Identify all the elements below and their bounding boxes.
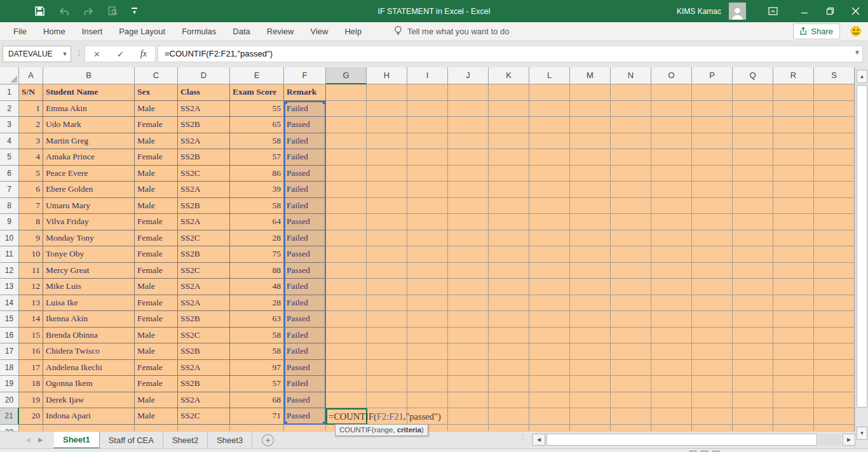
cell-L14[interactable] [529, 295, 570, 312]
cell-Q1[interactable] [733, 84, 773, 101]
cell-S13[interactable] [814, 279, 855, 295]
cell-Q20[interactable] [733, 392, 773, 409]
cell-I8[interactable] [407, 198, 448, 215]
cell-F17[interactable]: Failed [284, 343, 326, 360]
cell-L16[interactable] [529, 328, 570, 344]
cell-K20[interactable] [489, 392, 529, 409]
cell-S15[interactable] [814, 311, 855, 328]
cell-G15[interactable] [326, 311, 367, 328]
cell-A3[interactable]: 2 [19, 117, 43, 133]
column-header-B[interactable]: B [43, 67, 135, 84]
row-header-17[interactable]: 17 [0, 343, 19, 360]
cell-M18[interactable] [570, 360, 611, 376]
formula-bar-input[interactable]: =COUNTIF(F2:F21,"passed") [158, 46, 863, 62]
cell-O20[interactable] [651, 392, 692, 409]
cell-J12[interactable] [448, 263, 489, 279]
scroll-up-icon[interactable]: ▲ [857, 70, 867, 83]
cell-F20[interactable]: Passed [284, 392, 326, 409]
cell-E9[interactable]: 64 [230, 214, 284, 230]
cell-R17[interactable] [773, 343, 814, 360]
name-box-dropdown-icon[interactable]: ▼ [59, 51, 71, 57]
cell-H6[interactable] [367, 166, 407, 182]
enter-formula-icon[interactable]: ✓ [117, 50, 124, 59]
cell-Q22[interactable] [733, 425, 773, 432]
cell-E22[interactable] [230, 425, 284, 432]
cell-B19[interactable]: Ogonna Ikem [43, 376, 135, 392]
cell-I18[interactable] [407, 360, 448, 376]
cell-N7[interactable] [611, 182, 651, 198]
cell-N16[interactable] [611, 328, 651, 344]
cell-R6[interactable] [773, 166, 814, 182]
sheet-tab-sheet2[interactable]: Sheet2 [163, 432, 208, 449]
cell-S19[interactable] [814, 376, 855, 392]
cell-B2[interactable]: Emma Akin [43, 101, 135, 117]
cell-D13[interactable]: SS2A [178, 279, 230, 295]
cell-Q18[interactable] [733, 360, 773, 376]
cell-S20[interactable] [814, 392, 855, 409]
cell-B11[interactable]: Tonye Oby [43, 246, 135, 263]
cell-L8[interactable] [529, 198, 570, 215]
cell-J8[interactable] [448, 198, 489, 215]
cell-Q17[interactable] [733, 343, 773, 360]
cell-L5[interactable] [529, 149, 570, 166]
cell-G11[interactable] [326, 246, 367, 263]
cell-O8[interactable] [651, 198, 692, 215]
cell-Q5[interactable] [733, 149, 773, 166]
cell-H16[interactable] [367, 328, 407, 344]
cell-E11[interactable]: 75 [230, 246, 284, 263]
share-button[interactable]: Share [793, 23, 840, 39]
cell-K15[interactable] [489, 311, 529, 328]
cell-L10[interactable] [529, 230, 570, 247]
cell-O22[interactable] [651, 425, 692, 432]
cell-A20[interactable]: 19 [19, 392, 43, 409]
cell-D11[interactable]: SS2B [178, 246, 230, 263]
cell-L21[interactable] [529, 408, 570, 425]
cell-P19[interactable] [692, 376, 733, 392]
cell-S7[interactable] [814, 182, 855, 198]
cell-H3[interactable] [367, 117, 407, 133]
cell-G10[interactable] [326, 230, 367, 247]
cell-Q10[interactable] [733, 230, 773, 247]
cell-N3[interactable] [611, 117, 651, 133]
cell-P20[interactable] [692, 392, 733, 409]
cell-D18[interactable]: SS2A [178, 360, 230, 376]
cell-L1[interactable] [529, 84, 570, 101]
cell-M1[interactable] [570, 84, 611, 101]
cell-F21[interactable]: Passed [284, 408, 326, 425]
scroll-down-icon[interactable]: ▼ [857, 427, 867, 440]
cell-J3[interactable] [448, 117, 489, 133]
cell-A10[interactable]: 9 [19, 230, 43, 247]
cell-M13[interactable] [570, 279, 611, 295]
cell-A1[interactable]: S/N [19, 84, 43, 101]
cell-B7[interactable]: Ebere Golden [43, 182, 135, 198]
cell-L20[interactable] [529, 392, 570, 409]
cell-P15[interactable] [692, 311, 733, 328]
cell-F11[interactable]: Passed [284, 246, 326, 263]
cell-B13[interactable]: Mike Luis [43, 279, 135, 295]
cell-N2[interactable] [611, 101, 651, 117]
cell-D20[interactable]: SS2A [178, 392, 230, 409]
cell-H19[interactable] [367, 376, 407, 392]
cell-G20[interactable] [326, 392, 367, 409]
cell-F9[interactable]: Passed [284, 214, 326, 230]
cell-P13[interactable] [692, 279, 733, 295]
cell-A21[interactable]: 20 [19, 408, 43, 425]
cell-A13[interactable]: 12 [19, 279, 43, 295]
cell-D21[interactable]: SS2C [178, 408, 230, 425]
next-sheet-icon[interactable]: ▶ [38, 436, 43, 443]
cell-S5[interactable] [814, 149, 855, 166]
cell-J9[interactable] [448, 214, 489, 230]
cell-P12[interactable] [692, 263, 733, 279]
row-header-5[interactable]: 5 [0, 149, 19, 166]
cell-E7[interactable]: 39 [230, 182, 284, 198]
cell-H17[interactable] [367, 343, 407, 360]
cell-S9[interactable] [814, 214, 855, 230]
cell-A16[interactable]: 15 [19, 328, 43, 344]
cell-M12[interactable] [570, 263, 611, 279]
cell-D5[interactable]: SS2B [178, 149, 230, 166]
cell-H20[interactable] [367, 392, 407, 409]
row-header-22[interactable]: 22 [0, 425, 19, 432]
cell-C17[interactable]: Male [135, 343, 178, 360]
save-icon[interactable] [35, 6, 44, 16]
cell-F5[interactable]: Failed [284, 149, 326, 166]
